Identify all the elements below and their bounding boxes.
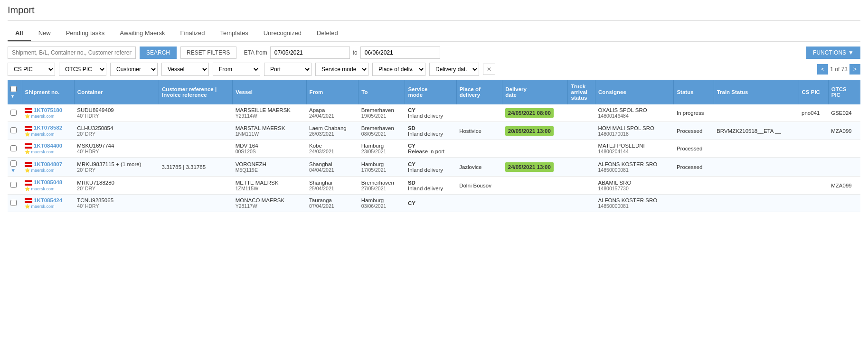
col-delivery-date: Deliverydate [502,80,568,104]
cs-pic-cell [799,177,828,194]
eta-range: ETA from to [244,47,440,59]
from-cell: Laem Chabang26/03/2021 [306,122,359,140]
col-container: Container [74,80,159,104]
col-to: To [359,80,405,104]
table-row: 1KT075180⭐ maersk.comSUDU894940940' HDRY… [8,104,860,122]
train-status-cell [714,158,799,177]
search-button[interactable]: SEARCH [140,47,177,59]
vessel-cell: METTE MAERSK1ZM115W [233,177,306,194]
from-date: 24/04/2021 [309,113,334,119]
row-checkbox[interactable] [10,200,17,206]
eta-from-input[interactable] [270,47,350,59]
consignee-id: 14800170018 [598,131,629,137]
table-header: ▼ Shipment no. Container Customer refere… [8,80,860,104]
table-row: ▼1KT084807⭐ maersk.comMRKU9837115 + (1 m… [8,158,860,177]
consignee-cell: HOM MALI SPOL SRO14800170018 [595,122,674,140]
train-status-cell [714,177,799,194]
clear-delivery-date-button[interactable]: ✕ [483,64,495,75]
vessel-code: 1NM111W [236,131,259,137]
shipment-link[interactable]: 1KT084400 [34,143,62,149]
container-number: MSKU1697744 [77,143,114,149]
tab-templates[interactable]: Templates [212,26,255,41]
service-mode: CYInland delivery [408,107,443,119]
row-checkbox[interactable] [10,110,17,116]
from-date: 07/04/2021 [309,203,334,209]
tab-deleted[interactable]: Deleted [309,26,346,41]
service-mode-cell: CYInland delivery [405,104,456,122]
filter-delivery-date[interactable]: Delivery dat. [429,63,479,76]
maersk-badge: ⭐ maersk.com [25,204,55,209]
filter-otcs-pic[interactable]: OTCS PIC [59,63,106,76]
customer-ref-cell [159,140,233,157]
filter-place-delivery[interactable]: Place of deliv. [372,63,425,76]
filter-service-mode[interactable]: Service mode [315,63,368,76]
tab-finalized[interactable]: Finalized [172,26,212,41]
status-badge: Processed [677,146,702,151]
truck-arrival-cell [568,194,595,212]
service-mode: SDInland delivery [408,125,443,137]
consignee-name: MATEJ POSLEDNI [598,143,645,149]
container-type: 20' DRY [77,131,95,137]
maersk-badge: ⭐ maersk.com [25,132,55,137]
tab-unrecognized[interactable]: Unrecognized [256,26,309,41]
filter-from[interactable]: From [213,63,260,76]
functions-button[interactable]: FUNCTIONS ▼ [806,47,860,59]
reset-filters-button[interactable]: RESET FILTERS [180,47,236,59]
container-cell: CLHU325085420' DRY [74,122,159,140]
tab-pending[interactable]: Pending tasks [58,26,113,41]
select-all-checkbox[interactable] [10,86,17,92]
tab-awaiting[interactable]: Awaiting Maersk [112,26,172,41]
consignee-id: 14800204144 [598,149,629,154]
tab-all[interactable]: All [8,26,31,41]
flag-icon [25,108,32,113]
row-checkbox[interactable] [10,145,17,151]
filter-port[interactable]: Port [264,63,311,76]
row-checkbox[interactable] [10,160,17,167]
otcs-pic-cell [828,158,860,177]
prev-page-button[interactable]: < [817,64,828,75]
consignee-cell: ALFONS KOSTER SRO14850000081 [595,194,674,212]
filter-customer[interactable]: Customer [110,63,158,76]
filter-cs-pic[interactable]: CS PIC [8,63,55,76]
service-mode: CYRelease in port [408,143,444,154]
train-status-cell [714,104,799,122]
next-page-button[interactable]: > [849,64,860,75]
row-checkbox[interactable] [10,182,17,188]
consignee-id: 14800157730 [598,186,629,191]
shipment-link[interactable]: 1KT085424 [34,197,62,203]
chevron-down-icon: ▼ [848,49,854,56]
col-otcs-pic: OTCSPIC [828,80,860,104]
vessel-code: 00S120S [236,149,256,154]
shipment-link[interactable]: 1KT075180 [34,107,62,113]
otcs-pic-cell [828,140,860,157]
to-date: 17/05/2021 [361,167,387,173]
col-train-status: Train Status [714,80,799,104]
eta-from-label: ETA from [244,49,267,56]
service-mode-cell: SDInland delivery [405,177,456,194]
eta-to-input[interactable] [360,47,440,59]
filter-vessel[interactable]: Vessel [161,63,209,76]
consignee-name: OXALIS SPOL SRO [598,107,647,113]
search-input[interactable] [8,47,136,59]
row-checkbox[interactable] [10,127,17,133]
main-page: Import AllNewPending tasksAwaiting Maers… [0,0,868,217]
train-status-cell: BRVMZK210518__ETA __ [714,122,799,140]
place-delivery-cell: Hostivice [456,122,502,140]
container-cell: MRKU9837115 + (1 more)20' DRY [74,158,159,177]
row-checkbox-cell: ▼ [8,158,22,177]
to-cell: Hamburg03/06/2021 [359,194,405,212]
service-mode-cell: CYInland delivery [405,158,456,177]
consignee-name: ALFONS KOSTER SRO [598,197,658,203]
container-number: TCNU9285065 [77,197,113,203]
col-place-delivery: Place ofdelivery [456,80,502,104]
tab-new[interactable]: New [31,26,58,41]
shipment-link[interactable]: 1KT078582 [34,125,62,131]
shipment-link[interactable]: 1KT085048 [34,179,62,185]
vessel-code: 1ZM115W [236,186,258,191]
vessel-name: VORONEZH [236,161,266,167]
from-cell: Shanghai25/04/2021 [306,177,359,194]
expand-icon[interactable]: ▼ [10,168,16,173]
page-title: Import [8,5,860,16]
shipment-link[interactable]: 1KT084807 [34,161,62,167]
consignee-cell: OXALIS SPOL SRO14800146484 [595,104,674,122]
